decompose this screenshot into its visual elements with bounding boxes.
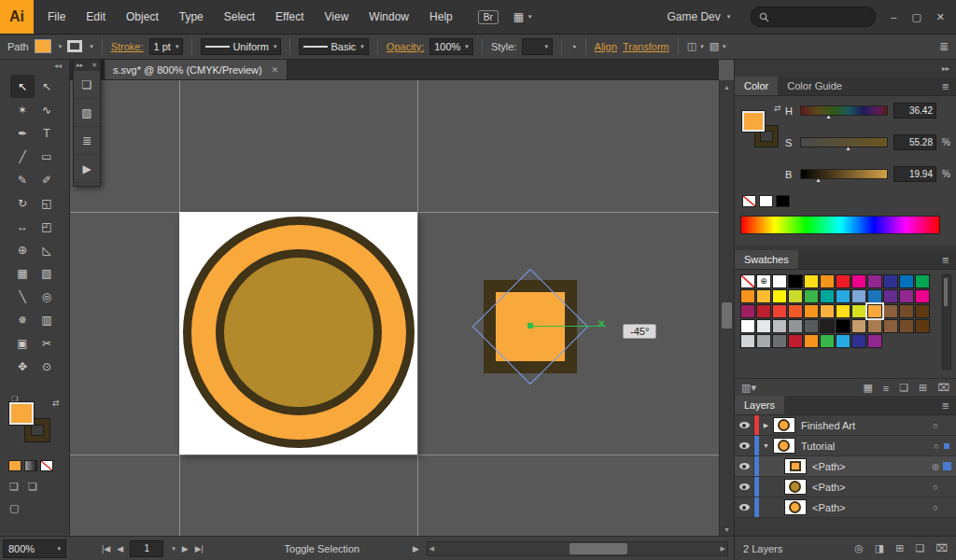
pen-tool[interactable]: ✒ — [10, 121, 35, 145]
vertical-scroll-thumb[interactable] — [722, 302, 732, 329]
fill-proxy-swatch[interactable] — [742, 111, 765, 132]
rectangle-tool[interactable]: ▭ — [35, 145, 59, 168]
swatch-cell[interactable] — [915, 289, 930, 303]
swatch-cell[interactable] — [899, 289, 914, 303]
swatch-cell[interactable]: ⊕ — [756, 274, 771, 288]
horizontal-scroll-thumb[interactable] — [569, 543, 627, 554]
lines-icon[interactable]: ≣ — [74, 127, 100, 155]
gradient-tool[interactable]: ▧ — [35, 261, 59, 285]
none-mode-button[interactable] — [40, 460, 53, 471]
slider-value-input[interactable]: 19.94 — [893, 166, 936, 182]
chevron-down-icon[interactable]: ▾ — [172, 545, 176, 553]
swatches-scrollbar[interactable] — [942, 274, 951, 370]
swatch-cell[interactable] — [867, 274, 882, 288]
menu-type[interactable]: Type — [169, 0, 214, 34]
swatch-cell[interactable] — [756, 289, 771, 303]
slider-track[interactable]: ▲ — [800, 105, 888, 116]
opacity-panel-link[interactable]: Opacity: — [387, 41, 424, 52]
swatch-cell[interactable] — [836, 304, 851, 318]
artboard-number-input[interactable]: 1 — [130, 540, 163, 557]
menu-effect[interactable]: Effect — [265, 0, 314, 34]
new-swatch-icon[interactable]: ⊞ — [919, 382, 927, 394]
stroke-color-swatch[interactable] — [67, 40, 82, 52]
scale-tool[interactable]: ◱ — [35, 191, 59, 215]
tab-swatches[interactable]: Swatches — [735, 250, 798, 269]
panel-menu-icon[interactable]: ≣ — [935, 400, 956, 411]
zoom-level-select[interactable]: 800% ▾ — [3, 539, 66, 558]
horizontal-scrollbar[interactable]: ◀ ▶ — [427, 541, 728, 556]
swatch-cell[interactable] — [820, 319, 835, 333]
bridge-button[interactable]: Br — [478, 10, 499, 24]
selection-tool[interactable]: ↖ — [10, 75, 35, 98]
gradient-mode-button[interactable] — [24, 460, 37, 471]
rotate-origin-handle[interactable] — [527, 323, 533, 329]
visibility-eye-icon[interactable] — [735, 456, 754, 476]
swatch-cell[interactable] — [756, 334, 771, 348]
slider-handle[interactable]: ▲ — [815, 177, 821, 183]
artboard-tool[interactable]: ▣ — [10, 331, 35, 355]
visibility-eye-icon[interactable] — [735, 415, 754, 435]
arrange-documents-icon[interactable]: ▦▾ — [513, 10, 532, 23]
swap-fill-stroke-icon[interactable]: ⇄ — [774, 104, 781, 113]
color-wheel-icon[interactable]: ◔ — [570, 41, 577, 52]
swatch-cell[interactable] — [851, 334, 866, 348]
target-circle-icon[interactable]: ◎ — [928, 462, 943, 471]
chevron-down-icon[interactable]: ▾ — [59, 43, 63, 50]
pencil-tool[interactable]: ✐ — [35, 168, 59, 191]
swatch-cell[interactable] — [915, 274, 930, 288]
toolbar-collapse-icon[interactable]: ◂◂ — [0, 60, 69, 75]
next-artboard-button[interactable]: ▶ — [182, 544, 189, 553]
width-tool[interactable]: ↔ — [10, 215, 35, 238]
swatch-cell[interactable] — [867, 319, 882, 333]
none-swatch[interactable] — [742, 195, 756, 207]
swatch-cell[interactable] — [788, 334, 803, 348]
swatch-cell[interactable] — [836, 274, 851, 288]
swatch-cell[interactable] — [740, 319, 755, 333]
delete-layer-icon[interactable]: ⌧ — [935, 542, 948, 554]
menu-edit[interactable]: Edit — [76, 0, 116, 34]
swatch-cell[interactable] — [740, 304, 755, 318]
swatch-cell[interactable] — [883, 304, 898, 318]
swatch-options-icon[interactable]: ≡ — [883, 383, 889, 394]
scroll-right-icon[interactable]: ▶ — [721, 545, 725, 553]
chevron-down-icon[interactable]: ▾ — [465, 43, 469, 50]
swatch-cell[interactable] — [836, 319, 851, 333]
swatch-cell[interactable] — [883, 319, 898, 333]
swatch-cell[interactable] — [740, 334, 755, 348]
selection-color-chip[interactable] — [943, 421, 951, 429]
menu-file[interactable]: File — [37, 0, 76, 34]
play-icon[interactable]: ▶ — [74, 155, 100, 183]
tab-color-guide[interactable]: Color Guide — [778, 77, 851, 95]
swatch-cell[interactable] — [804, 304, 819, 318]
layer-name[interactable]: <Path> — [812, 461, 928, 472]
swatch-cell[interactable] — [820, 274, 835, 288]
magic-wand-tool[interactable]: ✶ — [10, 98, 35, 121]
swatch-cell[interactable] — [804, 274, 819, 288]
swatch-cell[interactable] — [788, 274, 803, 288]
canvas[interactable]: ✕ -45° — [70, 80, 719, 536]
eyedropper-tool[interactable]: ╲ — [10, 285, 35, 308]
swatch-cell[interactable] — [804, 289, 819, 303]
close-icon[interactable]: ✕ — [91, 62, 97, 69]
color-mode-button[interactable] — [8, 460, 21, 471]
workspace-switcher[interactable]: Game Dev ▾ — [667, 10, 730, 23]
delete-swatch-icon[interactable]: ⌧ — [937, 382, 949, 394]
zoom-tool[interactable]: ⊙ — [35, 355, 59, 378]
layer-row[interactable]: ▶ Finished Art ○ — [735, 415, 956, 436]
expand-panels-icon[interactable]: ▸▸ — [77, 62, 83, 69]
align-panel-link[interactable]: Align — [595, 41, 617, 52]
swatch-cell[interactable] — [851, 289, 866, 303]
document-tab[interactable]: s.svg* @ 800% (CMYK/Preview) ✕ — [104, 59, 288, 79]
restore-icon[interactable]: ▢ — [911, 11, 921, 23]
type-tool[interactable]: T — [35, 121, 59, 145]
visibility-eye-icon[interactable] — [735, 477, 754, 497]
panel-menu-icon[interactable]: ≣ — [935, 81, 956, 91]
swatch-cell[interactable] — [820, 304, 835, 318]
slider-track[interactable]: ▲ — [800, 169, 888, 179]
expand-triangle-icon[interactable]: ▼ — [759, 442, 773, 449]
swatch-cell[interactable] — [804, 334, 819, 348]
control-panel-menu-icon[interactable]: ≣ — [939, 40, 949, 53]
search-field[interactable] — [751, 7, 876, 27]
swatch-cell[interactable] — [899, 274, 914, 288]
first-artboard-button[interactable]: |◀ — [102, 544, 110, 553]
